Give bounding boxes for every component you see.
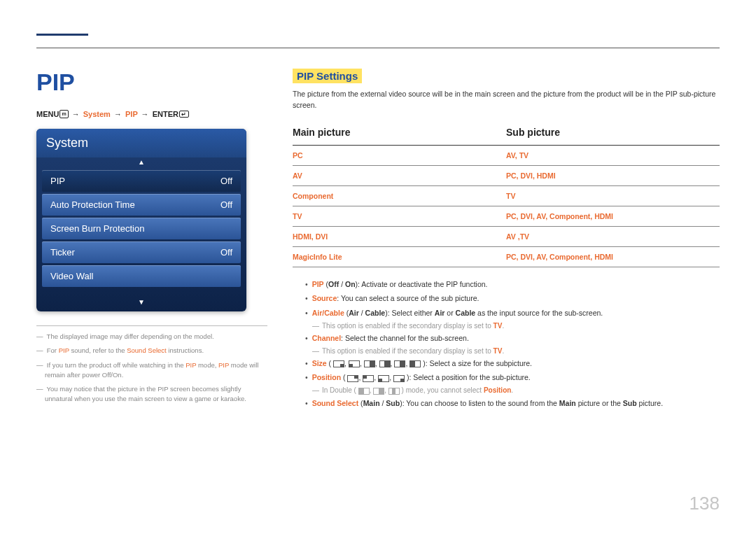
cell-sub: PC, DVI, AV, Component, HDMI <box>506 246 720 267</box>
table-header-main: Main picture <box>293 122 506 146</box>
position-icon <box>393 375 405 382</box>
footnote-text: For <box>47 346 59 354</box>
size-icon <box>349 360 360 367</box>
breadcrumb-arrow: → <box>140 110 150 118</box>
page-number: 138 <box>690 493 720 514</box>
table-row: PCAV, TV <box>293 145 720 165</box>
footnote-text: You may notice that the picture in the P… <box>45 385 246 402</box>
cell-main: TV <box>293 206 506 226</box>
breadcrumb-menu: MENU <box>36 110 59 118</box>
size-icon <box>394 360 405 367</box>
table-row: HDMI, DVIAV ,TV <box>293 226 720 246</box>
osd-item-label: Ticker <box>50 247 75 258</box>
footnote-text: sound, refer to the <box>69 346 127 354</box>
footnote-text: The displayed image may differ depending… <box>47 332 214 340</box>
footnote-1: ― The displayed image may differ dependi… <box>36 332 267 342</box>
bullet-list: •PIP (Off / On): Activate or deactivate … <box>293 279 720 409</box>
cell-sub: PC, DVI, HDMI <box>506 165 720 185</box>
position-icon <box>363 375 374 382</box>
bullet-size: •Size ( , , , , , ): Select a size for t… <box>293 358 720 370</box>
bullet-sound-select: •Sound Select (Main / Sub): You can choo… <box>293 398 720 409</box>
pip-table: Main picture Sub picture PCAV, TV AVPC, … <box>293 122 720 267</box>
section-title: PIP Settings <box>293 69 362 83</box>
table-row: MagicInfo LitePC, DVI, AV, Component, HD… <box>293 246 720 267</box>
position-icon <box>378 375 389 382</box>
bullet-label: Sound Select <box>312 399 359 407</box>
table-row: ComponentTV <box>293 185 720 206</box>
footnote-hl: PIP <box>186 361 196 369</box>
osd-item-pip[interactable]: PIP Off <box>42 170 241 192</box>
bullet-source: •Source: You can select a source of the … <box>293 293 720 304</box>
header-accent <box>36 34 88 46</box>
menu-icon: m <box>59 110 68 118</box>
footnote-4: ― You may notice that the picture in the… <box>36 384 267 405</box>
bullet-label: Position <box>312 373 341 381</box>
size-icon <box>410 360 421 367</box>
footnote-text: If you turn the product off while watchi… <box>47 361 186 369</box>
cell-main: AV <box>293 165 506 185</box>
left-column: PIP MENUm → System → PIP → ENTER System … <box>36 42 267 412</box>
breadcrumb: MENUm → System → PIP → ENTER <box>36 110 267 119</box>
footnote-3: ― If you turn the product off while watc… <box>36 360 267 381</box>
osd-item-value: Off <box>220 176 232 186</box>
sub-note: ―This option is enabled if the secondary… <box>293 347 720 355</box>
header-rule <box>36 48 720 48</box>
osd-down-arrow: ▼ <box>36 297 246 311</box>
osd-item-label: PIP <box>50 176 65 186</box>
right-column: PIP Settings The picture from the extern… <box>293 42 720 412</box>
table-row: TVPC, DVI, AV, Component, HDMI <box>293 206 720 226</box>
cell-sub: PC, DVI, AV, Component, HDMI <box>506 206 720 226</box>
cell-main: PC <box>293 145 506 165</box>
bullet-label: Air/Cable <box>312 309 344 317</box>
footnote-2: ― For PIP sound, refer to the Sound Sele… <box>36 346 267 356</box>
osd-up-arrow: ▲ <box>36 157 246 167</box>
cell-sub: TV <box>506 185 720 206</box>
breadcrumb-arrow: → <box>113 110 123 118</box>
osd-item-label: Screen Burn Protection <box>50 223 144 234</box>
table-header-sub: Sub picture <box>506 122 720 146</box>
breadcrumb-arrow: → <box>71 110 81 118</box>
cell-main: MagicInfo Lite <box>293 246 506 267</box>
cell-sub: AV ,TV <box>506 226 720 246</box>
double-icon <box>388 388 400 395</box>
osd-item-label: Video Wall <box>50 271 93 281</box>
sub-note: ―This option is enabled if the secondary… <box>293 322 720 330</box>
cell-sub: AV, TV <box>506 145 720 165</box>
footnote-text: mode, <box>196 361 218 369</box>
page-title: PIP <box>36 69 267 96</box>
bullet-label: Source <box>312 294 337 302</box>
bullet-label: PIP <box>312 280 324 288</box>
footnotes-rule <box>36 325 267 326</box>
table-row: AVPC, DVI, HDMI <box>293 165 720 185</box>
intro-text: The picture from the external video sour… <box>293 89 720 111</box>
osd-item-screen-burn[interactable]: Screen Burn Protection <box>42 218 241 239</box>
cell-main: HDMI, DVI <box>293 226 506 246</box>
cell-main: Component <box>293 185 506 206</box>
osd-item-ticker[interactable]: Ticker Off <box>42 241 241 263</box>
bullet-label: Channel <box>312 334 341 342</box>
osd-item-auto-protection[interactable]: Auto Protection Time Off <box>42 194 241 216</box>
footnote-hl: Sound Select <box>127 346 167 354</box>
size-icon <box>333 360 344 367</box>
double-icon <box>373 388 384 395</box>
breadcrumb-pip: PIP <box>125 110 138 118</box>
osd-item-label: Auto Protection Time <box>50 199 135 210</box>
footnote-hl: PIP <box>218 361 229 369</box>
size-icon <box>379 360 391 367</box>
footnote-hl: PIP <box>59 346 69 354</box>
enter-icon <box>179 111 189 118</box>
bullet-label: Size <box>312 359 327 367</box>
breadcrumb-system: System <box>83 110 111 118</box>
osd-item-value: Off <box>220 247 232 258</box>
bullet-position: •Position ( , , , ): Select a position f… <box>293 372 720 384</box>
bullet-channel: •Channel: Select the channel for the sub… <box>293 332 720 344</box>
position-icon <box>347 375 358 382</box>
osd-item-video-wall[interactable]: Video Wall <box>42 265 241 287</box>
footnote-text: instructions. <box>167 346 204 354</box>
breadcrumb-enter: ENTER <box>153 110 178 118</box>
osd-header: System <box>36 129 246 157</box>
bullet-air-cable: •Air/Cable (Air / Cable): Select either … <box>293 307 720 319</box>
sub-note: ―In Double ( , , ) mode, you cannot sele… <box>293 386 720 394</box>
osd-item-value: Off <box>220 199 232 210</box>
osd-list: PIP Off Auto Protection Time Off Screen … <box>36 167 246 297</box>
